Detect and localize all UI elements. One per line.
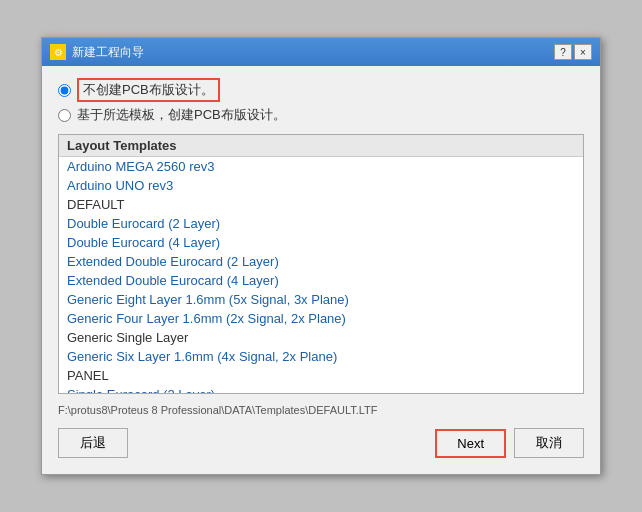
list-item[interactable]: DEFAULT (59, 195, 583, 214)
list-item[interactable]: Generic Four Layer 1.6mm (2x Signal, 2x … (59, 309, 583, 328)
list-items-container: Arduino MEGA 2560 rev3Arduino UNO rev3DE… (59, 157, 583, 394)
list-item[interactable]: Arduino MEGA 2560 rev3 (59, 157, 583, 176)
help-button[interactable]: ? (554, 44, 572, 60)
radio-no-pcb-label: 不创建PCB布版设计。 (77, 78, 220, 102)
radio-option-no-pcb: 不创建PCB布版设计。 (58, 78, 584, 102)
window-body: 不创建PCB布版设计。 基于所选模板，创建PCB布版设计。 Layout Tem… (42, 66, 600, 474)
list-item[interactable]: Single Eurocard (2 Layer) (59, 385, 583, 394)
button-row: 后退 Next 取消 (58, 428, 584, 462)
list-item[interactable]: Extended Double Eurocard (2 Layer) (59, 252, 583, 271)
list-header: Layout Templates (59, 135, 583, 157)
list-item[interactable]: Arduino UNO rev3 (59, 176, 583, 195)
list-item[interactable]: PANEL (59, 366, 583, 385)
title-bar: ⚙ 新建工程向导 ? × (42, 38, 600, 66)
list-item[interactable]: Generic Single Layer (59, 328, 583, 347)
title-controls: ? × (554, 44, 592, 60)
list-item[interactable]: Double Eurocard (4 Layer) (59, 233, 583, 252)
main-window: ⚙ 新建工程向导 ? × 不创建PCB布版设计。 基于所选模板，创建PCB布版设… (41, 37, 601, 475)
next-button[interactable]: Next (435, 429, 506, 458)
close-button[interactable]: × (574, 44, 592, 60)
layout-templates-list[interactable]: Layout Templates Arduino MEGA 2560 rev3A… (58, 134, 584, 394)
list-item[interactable]: Generic Eight Layer 1.6mm (5x Signal, 3x… (59, 290, 583, 309)
window-title: 新建工程向导 (72, 44, 144, 61)
radio-create-pcb[interactable] (58, 109, 71, 122)
back-button[interactable]: 后退 (58, 428, 128, 458)
title-bar-left: ⚙ 新建工程向导 (50, 44, 144, 61)
radio-option-create-pcb: 基于所选模板，创建PCB布版设计。 (58, 106, 584, 124)
app-icon: ⚙ (50, 44, 66, 60)
radio-group: 不创建PCB布版设计。 基于所选模板，创建PCB布版设计。 (58, 78, 584, 124)
list-item[interactable]: Generic Six Layer 1.6mm (4x Signal, 2x P… (59, 347, 583, 366)
list-item[interactable]: Double Eurocard (2 Layer) (59, 214, 583, 233)
radio-no-pcb[interactable] (58, 84, 71, 97)
radio-create-pcb-label: 基于所选模板，创建PCB布版设计。 (77, 106, 286, 124)
path-bar: F:\protus8\Proteus 8 Professional\DATA\T… (58, 402, 584, 418)
cancel-button[interactable]: 取消 (514, 428, 584, 458)
list-item[interactable]: Extended Double Eurocard (4 Layer) (59, 271, 583, 290)
